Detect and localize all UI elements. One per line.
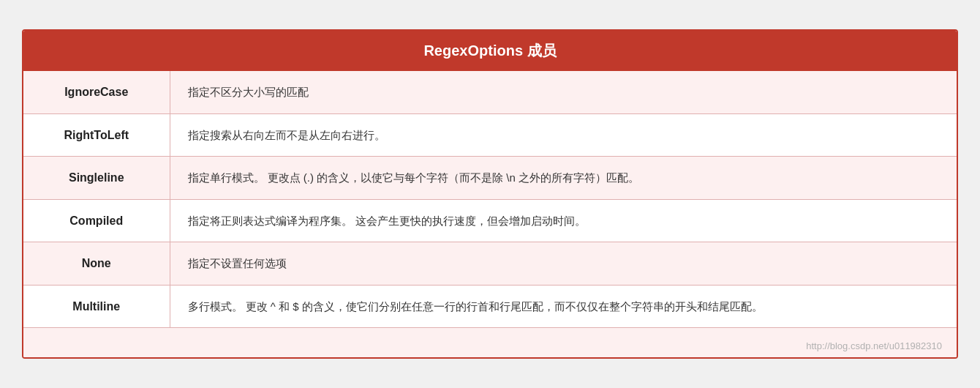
member-name-right-to-left: RightToLeft [23, 113, 170, 157]
member-name-multiline: Multiline [23, 285, 170, 328]
table-row: None指定不设置任何选项 [23, 242, 957, 286]
table-row: Multiline多行模式。 更改 ^ 和 $ 的含义，使它们分别在任意一行的行… [23, 285, 957, 328]
member-name-compiled: Compiled [23, 199, 170, 242]
table-row: Compiled指定将正则表达式编译为程序集。 这会产生更快的执行速度，但会增加… [23, 199, 957, 242]
member-desc-none: 指定不设置任何选项 [170, 242, 957, 286]
table-row: Singleline指定单行模式。 更改点 (.) 的含义，以使它与每个字符（而… [23, 157, 957, 200]
table-row: RightToLeft指定搜索从右向左而不是从左向右进行。 [23, 113, 957, 157]
member-name-none: None [23, 242, 170, 286]
table-title: RegexOptions 成员 [23, 31, 957, 71]
member-desc-multiline: 多行模式。 更改 ^ 和 $ 的含义，使它们分别在任意一行的行首和行尾匹配，而不… [170, 285, 957, 328]
regex-options-table: RegexOptions 成员 IgnoreCase指定不区分大小写的匹配Rig… [22, 29, 958, 359]
table-row: IgnoreCase指定不区分大小写的匹配 [23, 71, 957, 113]
member-desc-right-to-left: 指定搜索从右向左而不是从左向右进行。 [170, 113, 957, 157]
member-name-singleline: Singleline [23, 157, 170, 200]
member-desc-ignore-case: 指定不区分大小写的匹配 [170, 71, 957, 113]
member-desc-singleline: 指定单行模式。 更改点 (.) 的含义，以使它与每个字符（而不是除 \n 之外的… [170, 157, 957, 200]
options-table: IgnoreCase指定不区分大小写的匹配RightToLeft指定搜索从右向左… [23, 71, 957, 357]
footer-row: http://blog.csdp.net/u011982310 [23, 328, 957, 357]
watermark-text: http://blog.csdp.net/u011982310 [806, 340, 942, 351]
member-desc-compiled: 指定将正则表达式编译为程序集。 这会产生更快的执行速度，但会增加启动时间。 [170, 199, 957, 242]
member-name-ignore-case: IgnoreCase [23, 71, 170, 113]
